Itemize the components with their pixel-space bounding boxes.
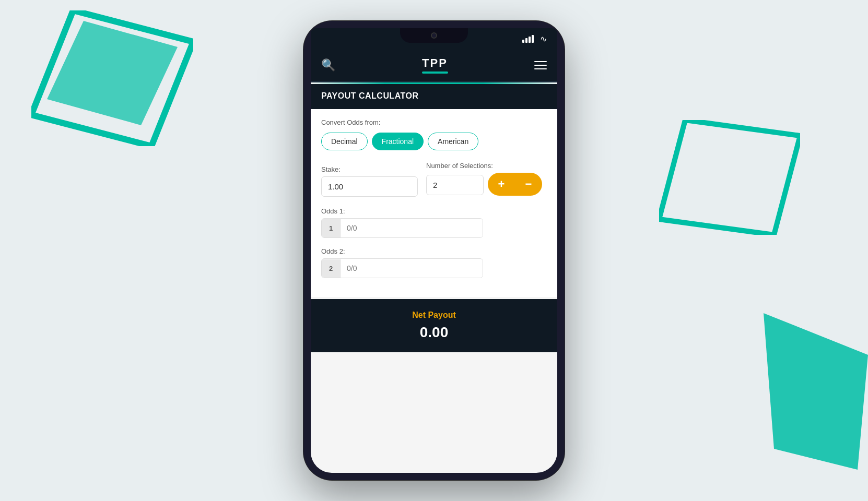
wifi-icon: ∿ — [540, 34, 547, 44]
app-logo: TPP — [422, 56, 448, 74]
phone-notch — [400, 28, 468, 43]
svg-marker-0 — [31, 10, 193, 146]
bg-decoration-tl — [31, 10, 193, 146]
selections-label: Number of Selections: — [426, 162, 542, 170]
signal-bars — [522, 35, 534, 43]
net-payout-label: Net Payout — [321, 311, 547, 320]
calculator-content: Convert Odds from: Decimal Fractional Am… — [311, 109, 557, 297]
decimal-button[interactable]: Decimal — [321, 133, 368, 150]
odds-2-row: Odds 2: 2 — [321, 247, 547, 278]
svg-marker-3 — [764, 313, 868, 470]
net-payout-section: Net Payout 0.00 — [311, 299, 557, 352]
stepper-minus-button[interactable]: − — [515, 173, 542, 196]
convert-label: Convert Odds from: — [321, 118, 547, 126]
odds-1-badge: 1 — [322, 219, 341, 237]
stake-group: Stake: — [321, 165, 418, 197]
selections-group: Number of Selections: + − — [426, 162, 542, 197]
stake-label: Stake: — [321, 165, 418, 173]
menu-icon[interactable] — [534, 61, 547, 69]
odds-1-label: Odds 1: — [321, 207, 547, 215]
logo-underline — [422, 71, 448, 74]
odds-2-label: Odds 2: — [321, 247, 547, 255]
stake-input[interactable] — [321, 176, 418, 197]
odds-1-input-container: 1 — [321, 218, 483, 238]
logo-text: TPP — [422, 56, 448, 70]
phone-screen: 🔍 TPP PAYOUT CALCULATOR Convert — [311, 49, 557, 473]
phone-camera — [431, 32, 437, 39]
odds-2-input-container: 2 — [321, 258, 483, 278]
odds-1-row: Odds 1: 1 — [321, 207, 547, 238]
bg-decoration-tr — [659, 120, 800, 235]
bg-decoration-br — [764, 313, 868, 470]
page-title: PAYOUT CALCULATOR — [321, 91, 419, 100]
app-header: 🔍 TPP — [311, 49, 557, 82]
svg-marker-2 — [659, 120, 800, 235]
selections-input[interactable] — [426, 175, 484, 195]
svg-marker-1 — [47, 21, 178, 125]
american-button[interactable]: American — [428, 133, 478, 150]
search-icon[interactable]: 🔍 — [321, 58, 335, 72]
odds-2-badge: 2 — [322, 259, 341, 278]
net-payout-value: 0.00 — [321, 324, 547, 341]
phone-frame: ∿ 🔍 TPP PAYOUT CALCULATOR — [303, 21, 565, 480]
odds-2-input[interactable] — [341, 259, 483, 278]
odds-1-input[interactable] — [341, 219, 483, 237]
stepper-controls: + − — [488, 173, 542, 196]
fractional-button[interactable]: Fractional — [372, 133, 424, 150]
odds-type-selector: Decimal Fractional American — [321, 133, 547, 150]
stake-selections-row: Stake: Number of Selections: + − — [321, 162, 547, 197]
section-title-bar: PAYOUT CALCULATOR — [311, 84, 557, 109]
stepper-plus-button[interactable]: + — [488, 173, 515, 196]
